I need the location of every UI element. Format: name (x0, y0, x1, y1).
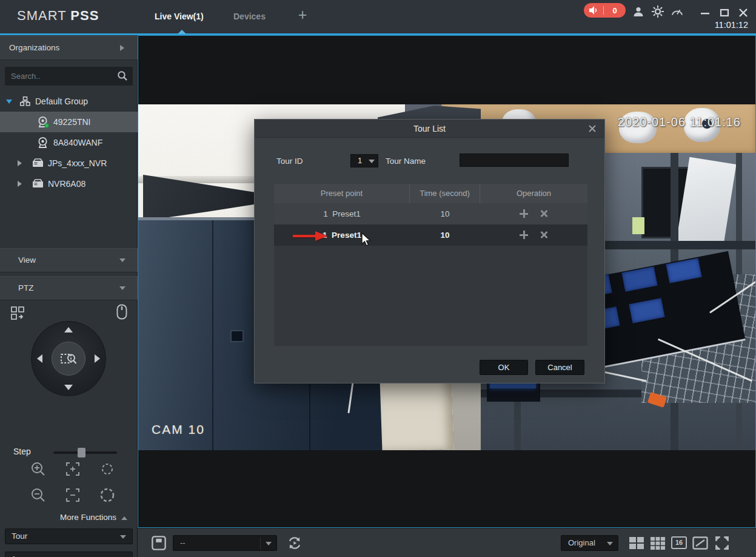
iris-close-button[interactable] (98, 460, 116, 478)
scene-sticky-note (632, 217, 644, 234)
chevron-down-icon (266, 542, 272, 545)
custom-split-icon[interactable] (692, 535, 708, 551)
settings-gear-icon[interactable] (652, 5, 664, 18)
scale-select[interactable]: Original (561, 535, 618, 551)
organizations-header[interactable]: Organizations (0, 36, 138, 60)
column-header-operation: Operation (480, 184, 587, 203)
tour-name-input[interactable] (460, 154, 569, 167)
collapsed-triangle-icon[interactable] (18, 181, 22, 187)
device-label: JPs_4xxx_NVR (48, 153, 107, 174)
preset-goto-icon[interactable] (11, 306, 25, 321)
camera-name-osd: CAM 10 (152, 422, 205, 437)
expanded-triangle-icon[interactable] (6, 100, 12, 104)
tree-device-jps-4xxx-nvr[interactable]: JPs_4xxx_NVR (0, 153, 138, 174)
delete-preset-icon[interactable] (540, 209, 548, 218)
dialog-close-icon[interactable] (587, 124, 597, 133)
view-label: View (18, 255, 36, 265)
search-input[interactable] (5, 67, 113, 86)
group-icon (20, 96, 30, 106)
ptz-function-select[interactable]: Tour (5, 528, 133, 544)
search-icon[interactable] (117, 70, 128, 81)
video-timestamp-osd: 2020-01-06 11:01:16 (618, 115, 741, 129)
zoom-out-button[interactable] (29, 486, 47, 504)
tour-number-select[interactable]: 1 (5, 552, 133, 557)
speaker-icon (589, 6, 598, 15)
alarm-count: 0 (604, 6, 626, 15)
system-clock: 11:01:12 (715, 20, 748, 30)
grid-9-split-icon[interactable] (650, 535, 666, 551)
collapsed-triangle-icon[interactable] (18, 160, 22, 166)
ok-button[interactable]: OK (480, 360, 528, 375)
step-slider[interactable] (53, 451, 117, 454)
ptz-down-arrow[interactable] (64, 385, 73, 390)
device-search[interactable] (5, 67, 133, 86)
tour-id-select[interactable]: 1 (350, 154, 378, 167)
device-label: 49225TNI (53, 112, 90, 132)
delete-preset-icon[interactable] (540, 231, 548, 239)
tree-device-49225tni[interactable]: 49225TNI (0, 112, 138, 132)
focus-far-button[interactable] (64, 486, 82, 504)
refresh-tour-icon[interactable] (287, 535, 303, 551)
ptz-right-arrow[interactable] (95, 354, 100, 363)
focus-near-button[interactable] (64, 460, 82, 478)
ptz-up-arrow[interactable] (64, 327, 73, 333)
maximize-button[interactable] (719, 7, 730, 18)
tree-group-default[interactable]: Default Group (0, 91, 138, 112)
device-label: 8A840WANF (53, 132, 102, 153)
smartpss-window: SMART PSS Live View(1) Devices + 0 11:01… (0, 0, 756, 557)
nvr-icon (32, 179, 44, 188)
view-section-header[interactable]: View (0, 248, 138, 272)
fullscreen-icon[interactable] (714, 535, 730, 551)
organizations-label: Organizations (9, 43, 59, 52)
tour-number-value: 1 (12, 555, 16, 557)
user-icon[interactable] (632, 5, 644, 18)
dialog-title: Tour List (255, 120, 604, 138)
stream-select[interactable]: -- (173, 535, 277, 551)
preset-index: 1 (323, 209, 328, 218)
tour-id-label: Tour ID (276, 157, 303, 166)
alarm-badge[interactable]: 0 (584, 3, 626, 18)
chevron-up-icon[interactable] (121, 516, 127, 520)
close-button[interactable] (738, 7, 749, 18)
chevron-down-icon (119, 286, 125, 290)
scale-select-value: Original (568, 538, 595, 547)
column-header-preset: Preset point (274, 184, 410, 203)
minimize-button[interactable] (700, 7, 711, 18)
add-preset-icon[interactable] (520, 231, 528, 239)
add-tab-button[interactable]: + (295, 7, 310, 23)
column-header-time: Time (second) (410, 184, 480, 203)
chevron-down-icon (369, 160, 375, 163)
step-slider-handle[interactable] (78, 448, 85, 457)
group-label: Default Group (35, 91, 88, 112)
add-preset-icon[interactable] (520, 209, 528, 218)
iris-open-button[interactable] (98, 486, 116, 504)
device-label: NVR6A08 (48, 174, 85, 194)
ptz-joystick[interactable] (31, 321, 106, 396)
chevron-down-icon (607, 542, 613, 545)
mouse-control-icon[interactable] (116, 304, 127, 320)
more-functions-toggle[interactable]: More Functions (60, 513, 116, 522)
tree-device-nvr6a08[interactable]: NVR6A08 (0, 174, 138, 194)
ptz-3d-position-button[interactable] (52, 342, 85, 376)
grid-16-split-button[interactable]: 16 (671, 536, 687, 549)
mouse-cursor (361, 232, 372, 247)
region-zoom-icon (60, 351, 77, 366)
dashboard-gauge-icon[interactable] (671, 5, 683, 18)
save-view-icon[interactable] (151, 535, 167, 551)
preset-time: 10 (410, 203, 480, 224)
tab-devices[interactable]: Devices (233, 12, 266, 21)
ptz-label: PTZ (18, 283, 34, 292)
ptz-function-value: Tour (12, 532, 27, 541)
cancel-button[interactable]: Cancel (535, 360, 584, 375)
table-row[interactable]: 1 Preset1 10 (274, 203, 587, 224)
ptz-section-header[interactable]: PTZ (0, 276, 138, 300)
tree-device-8a840wanf[interactable]: 8A840WANF (0, 132, 138, 153)
grid-4-split-icon[interactable] (629, 535, 644, 551)
zoom-in-button[interactable] (29, 460, 47, 478)
liveview-bottom-toolbar: -- Original 16 (138, 528, 756, 557)
tab-live-view[interactable]: Live View(1) (155, 12, 204, 21)
ptz-left-arrow[interactable] (37, 354, 42, 363)
preset-table: Preset point Time (second) Operation 1 P… (274, 184, 587, 346)
chevron-right-icon (120, 45, 124, 51)
chevron-down-icon (120, 535, 126, 539)
